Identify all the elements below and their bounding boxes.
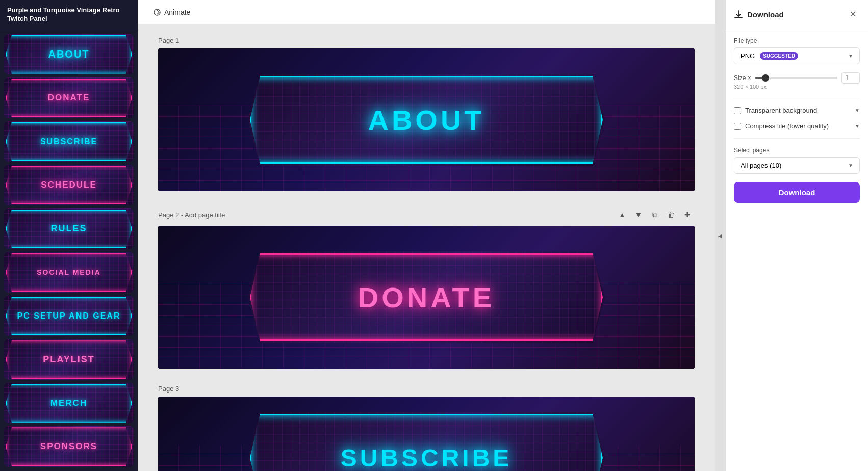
- sidebar-item-rules[interactable]: RULES: [4, 208, 134, 249]
- canvas-text-subscribe: SUBSCRIBE: [341, 444, 513, 472]
- divider-2: [734, 138, 860, 139]
- size-input[interactable]: [841, 72, 860, 84]
- compress-row: Compress file (lower quality) ▼: [734, 122, 860, 130]
- page-header-3: Page 3: [158, 385, 695, 392]
- page-move-up-btn[interactable]: ▲: [615, 207, 629, 222]
- sidebar-item-sponsors[interactable]: SPONSORS: [4, 426, 134, 467]
- download-button-label: Download: [779, 188, 815, 197]
- page-label-1: Page 1: [158, 37, 179, 44]
- file-type-badge: SUGGESTED: [760, 52, 798, 60]
- page-canvas-1[interactable]: ABOUT: [158, 48, 695, 191]
- sidebar-item-playlist[interactable]: PLAYLIST: [4, 339, 134, 380]
- sidebar-item-schedule[interactable]: SCHEDULE: [4, 165, 134, 205]
- page-canvas-2[interactable]: DONATE: [158, 226, 695, 369]
- file-type-select[interactable]: PNG SUGGESTED ▼: [734, 47, 860, 64]
- canvas-text-donate: DONATE: [358, 281, 495, 314]
- canvas-text-about: ABOUT: [368, 103, 484, 137]
- select-pages-chevron-icon: ▼: [848, 163, 853, 168]
- download-button[interactable]: Download: [734, 182, 860, 203]
- size-label: Size ×: [734, 74, 751, 82]
- sidebar-item-label-rules: RULES: [50, 223, 87, 234]
- page-move-down-btn[interactable]: ▼: [631, 207, 646, 222]
- sidebar-item-label-donate: DONATE: [48, 93, 90, 103]
- compress-label: Compress file (lower quality): [745, 122, 829, 130]
- sidebar: Purple and Turquoise Vintage Retro Twitc…: [0, 0, 138, 471]
- file-type-value: PNG: [741, 52, 755, 60]
- animate-label: Animate: [164, 8, 190, 16]
- file-type-chevron-icon: ▼: [848, 53, 853, 59]
- collapse-sidebar-btn[interactable]: ◀: [715, 0, 725, 471]
- select-pages-dropdown[interactable]: All pages (10) ▼: [734, 157, 860, 174]
- compress-checkbox[interactable]: [734, 123, 741, 130]
- sidebar-item-label-sponsors: SPONSORS: [40, 441, 97, 452]
- sidebar-item-label-social-media: SOCIAL MEDIA: [37, 268, 101, 276]
- divider-1: [734, 98, 860, 98]
- sidebar-item-about[interactable]: ABOUT: [4, 34, 134, 75]
- animate-button[interactable]: Animate: [146, 5, 197, 19]
- download-panel-header: Download ✕: [726, 0, 868, 29]
- select-pages-label: Select pages: [734, 147, 860, 154]
- sidebar-items-list: ABOUT DONATE SUBSCRIBE SCHEDULE: [0, 30, 138, 471]
- size-slider-track[interactable]: [755, 77, 837, 79]
- download-panel: Download ✕ File type PNG SUGGESTED ▼ Siz…: [725, 0, 868, 471]
- file-type-section: File type PNG SUGGESTED ▼: [734, 37, 860, 64]
- file-type-label: File type: [734, 37, 860, 44]
- transparent-bg-chevron-icon: ▼: [855, 108, 860, 113]
- sidebar-item-label-merch: MERCH: [50, 398, 87, 408]
- sidebar-item-subscribe[interactable]: SUBSCRIBE: [4, 121, 134, 162]
- download-panel-body: File type PNG SUGGESTED ▼ Size × 320 × 1…: [726, 29, 868, 211]
- pages-container: Page 1 ABOUT Page 2 - Add page title ▲ ▼…: [138, 24, 715, 471]
- page-canvas-3[interactable]: SUBSCRIBE: [158, 397, 695, 471]
- sidebar-item-label-schedule: SCHEDULE: [41, 180, 97, 190]
- sidebar-item-donate[interactable]: DONATE: [4, 77, 134, 118]
- page-section-2: Page 2 - Add page title ▲ ▼ ⧉ 🗑 ✚ DONATE: [158, 207, 695, 369]
- page-header-2: Page 2 - Add page title ▲ ▼ ⧉ 🗑 ✚: [158, 207, 695, 222]
- page-more-btn[interactable]: ✚: [680, 207, 695, 222]
- transparent-bg-label: Transparent background: [745, 107, 817, 114]
- size-row: Size ×: [734, 72, 860, 84]
- sidebar-item-label-subscribe: SUBSCRIBE: [40, 137, 97, 146]
- toolbar: Animate: [138, 0, 715, 24]
- download-icon: [734, 10, 743, 19]
- page-section-3: Page 3 SUBSCRIBE: [158, 385, 695, 471]
- page-header-1: Page 1: [158, 37, 695, 44]
- select-pages-section: Select pages All pages (10) ▼: [734, 147, 860, 174]
- size-px-label: 320 × 100 px: [734, 84, 860, 90]
- transparent-bg-row: Transparent background ▼: [734, 107, 860, 114]
- sidebar-item-label-playlist: PLAYLIST: [43, 354, 94, 365]
- compress-chevron-icon: ▼: [855, 123, 860, 129]
- size-section: Size × 320 × 100 px: [734, 72, 860, 90]
- size-slider-thumb[interactable]: [762, 74, 769, 82]
- page-delete-btn[interactable]: 🗑: [664, 207, 678, 222]
- sidebar-item-label-pc-setup: PC SETUP AND GEAR: [17, 311, 121, 321]
- transparent-bg-checkbox[interactable]: [734, 107, 741, 114]
- sidebar-item-pc-setup[interactable]: PC SETUP AND GEAR: [4, 296, 134, 336]
- sidebar-item-label-about: ABOUT: [48, 48, 89, 60]
- sidebar-item-social-media[interactable]: SOCIAL MEDIA: [4, 252, 134, 293]
- main-area: Animate Page 1 ABOUT Page 2 - Add page t…: [138, 0, 715, 471]
- download-panel-close-btn[interactable]: ✕: [846, 7, 860, 21]
- download-title: Download: [747, 10, 784, 19]
- page-label-3: Page 3: [158, 385, 179, 392]
- select-pages-value: All pages (10): [741, 162, 781, 169]
- page-controls-2: ▲ ▼ ⧉ 🗑 ✚: [615, 207, 695, 222]
- animate-icon: [153, 8, 161, 16]
- page-duplicate-btn[interactable]: ⧉: [648, 207, 662, 222]
- download-panel-title: Download: [734, 10, 784, 19]
- sidebar-item-merch[interactable]: MERCH: [4, 383, 134, 424]
- sidebar-title: Purple and Turquoise Vintage Retro Twitc…: [0, 0, 138, 30]
- page-section-1: Page 1 ABOUT: [158, 37, 695, 191]
- page-label-2: Page 2 - Add page title: [158, 211, 225, 219]
